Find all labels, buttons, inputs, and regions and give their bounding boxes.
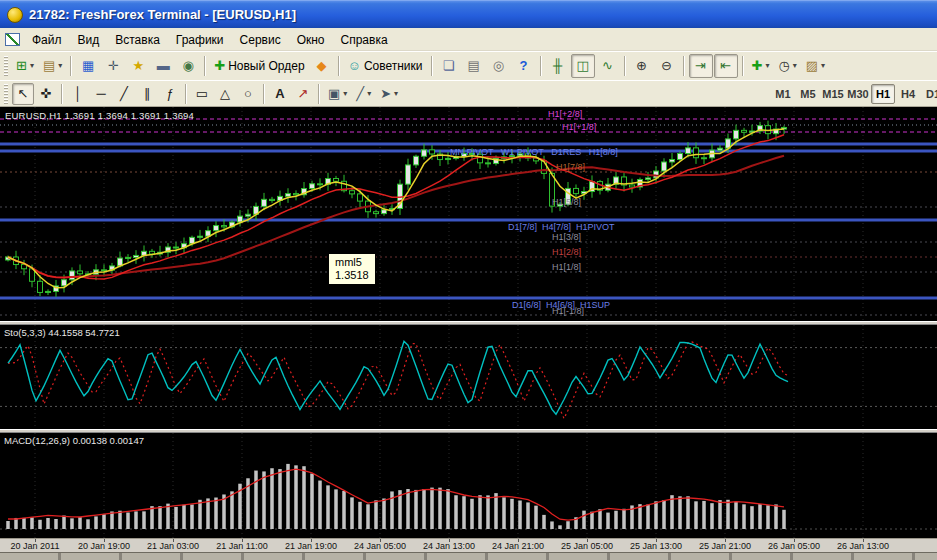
print-button[interactable]: ▤ xyxy=(462,54,486,78)
toolbar-separator xyxy=(70,56,72,76)
text-button[interactable]: A xyxy=(269,83,291,105)
stochastic-pane[interactable]: Sto(5,3,3) 44.1558 54.7721 xyxy=(0,325,937,429)
chart-window-icon[interactable] xyxy=(5,33,20,46)
level-label: H1[+2/8] xyxy=(548,109,582,119)
stochastic-canvas[interactable] xyxy=(0,325,937,429)
horizontal-line-button[interactable]: ─ xyxy=(90,83,112,105)
expert-advisors-label: Советники xyxy=(364,59,423,73)
auto-scroll-button[interactable]: ⇥ xyxy=(689,54,713,78)
shapes-dropdown-button[interactable]: ▣▾ xyxy=(324,83,351,105)
expert-advisors-button[interactable]: ☺Советники xyxy=(344,54,427,78)
strategy-tester-icon: ◉ xyxy=(183,59,194,72)
level-label: H1[7/8] xyxy=(556,162,585,172)
time-axis-label: 24 Jan 05:00 xyxy=(354,541,406,551)
metaeditor-button[interactable]: ◆ xyxy=(310,54,334,78)
menu-item-view[interactable]: Вид xyxy=(70,29,108,50)
menu-item-help[interactable]: Справка xyxy=(333,29,396,50)
new-order-button[interactable]: ✚Новый Ордер xyxy=(210,54,308,78)
periods-button[interactable]: ◷▾ xyxy=(774,54,800,78)
indicators-button[interactable]: ✚▾ xyxy=(748,54,774,78)
time-axis-label: 20 Jan 2011 xyxy=(11,541,60,551)
terminal-button[interactable]: ▬ xyxy=(151,54,175,78)
rectangle-button[interactable]: ▭ xyxy=(191,83,213,105)
templates-button[interactable]: ▨▾ xyxy=(802,54,829,78)
arrow-object-button[interactable]: ↗ xyxy=(292,83,314,105)
chart-shift-button[interactable]: ⇤ xyxy=(714,54,738,78)
toolbar-grip[interactable] xyxy=(4,84,8,104)
timeframe-h4-button[interactable]: H4 xyxy=(896,84,920,104)
macd-canvas[interactable] xyxy=(0,433,937,538)
level-label: H1[5/8] xyxy=(552,197,581,207)
help-button[interactable]: ? xyxy=(512,54,536,78)
print-preview-icon: ◎ xyxy=(493,59,504,72)
timeframe-d1-button[interactable]: D1 xyxy=(921,84,937,104)
expert-advisors-icon: ☺ xyxy=(348,59,361,72)
rectangle-icon: ▭ xyxy=(196,87,208,100)
bar-chart-mode-icon: ╫ xyxy=(553,59,562,72)
strategy-tester-button[interactable]: ◉ xyxy=(176,54,200,78)
bar-chart-mode-button[interactable]: ╫ xyxy=(546,54,570,78)
time-axis-label: 20 Jan 19:00 xyxy=(78,541,130,551)
menu-item-file[interactable]: Файл xyxy=(24,29,70,50)
triangle-button[interactable]: △ xyxy=(214,83,236,105)
menu-items: ФайлВидВставкаГрафикиСервисОкноСправка xyxy=(24,28,396,50)
line-tools-dropdown-button[interactable]: ╱▾ xyxy=(352,83,375,105)
timeframe-m1-button[interactable]: M1 xyxy=(771,84,795,104)
time-axis-label: 21 Jan 11:00 xyxy=(216,541,267,551)
new-chart-button[interactable]: ⊞▾ xyxy=(12,54,38,78)
toolbar-separator xyxy=(185,84,187,104)
timeframe-h1-button[interactable]: H1 xyxy=(871,84,895,104)
toolbar-separator xyxy=(540,56,542,76)
dropdown-arrow-icon: ▾ xyxy=(30,61,34,70)
candle-chart-mode-button[interactable]: ◫ xyxy=(571,54,595,78)
chart-list-button[interactable]: ❏ xyxy=(437,54,461,78)
crosshair-button[interactable]: ✜ xyxy=(35,83,57,105)
help-icon: ? xyxy=(520,59,528,72)
arrow-tools-dropdown-button[interactable]: ➤▾ xyxy=(376,83,402,105)
trendline-button[interactable]: ╱ xyxy=(113,83,135,105)
menu-item-charts[interactable]: Графики xyxy=(168,29,232,50)
new-order-label: Новый Ордер xyxy=(228,59,304,73)
terminal-icon: ▬ xyxy=(157,59,170,72)
standard-toolbar: ⊞▾▤▾▦✛★▬◉✚Новый Ордер◆☺Советники❏▤◎?╫◫∿⊕… xyxy=(0,51,937,81)
menu-item-insert[interactable]: Вставка xyxy=(107,29,168,50)
level-label: H1[+1/8] xyxy=(562,122,596,132)
ellipse-button[interactable]: ○ xyxy=(237,83,259,105)
ellipse-icon: ○ xyxy=(244,87,252,100)
line-chart-mode-button[interactable]: ∿ xyxy=(596,54,620,78)
new-chart-icon: ⊞ xyxy=(16,59,27,72)
vertical-line-button[interactable]: │ xyxy=(67,83,89,105)
timeframe-m30-button[interactable]: M30 xyxy=(846,84,870,104)
cursor-button[interactable]: ↖ xyxy=(12,83,34,105)
tooltip-price: 1.3518 xyxy=(335,269,369,282)
toolbar-grip[interactable] xyxy=(4,56,8,76)
profiles-button[interactable]: ▤▾ xyxy=(39,54,66,78)
main-chart-pane[interactable]: EURUSD,H1 1.3691 1.3694 1.3691 1.3694 H1… xyxy=(0,107,937,321)
chart-ohlc-info: EURUSD,H1 1.3691 1.3694 1.3691 1.3694 xyxy=(5,110,194,121)
zoom-out-button[interactable]: ⊖ xyxy=(655,54,679,78)
metaeditor-icon: ◆ xyxy=(317,59,327,72)
new-order-icon: ✚ xyxy=(214,59,225,72)
time-axis-label: 25 Jan 21:00 xyxy=(699,541,751,551)
equidistant-channel-button[interactable]: ∥ xyxy=(136,83,158,105)
zoom-in-button[interactable]: ⊕ xyxy=(630,54,654,78)
menu-item-tools[interactable]: Сервис xyxy=(232,29,289,50)
navigator-button[interactable]: ★ xyxy=(126,54,150,78)
print-preview-button[interactable]: ◎ xyxy=(487,54,511,78)
market-watch-button[interactable]: ▦ xyxy=(76,54,100,78)
macd-pane[interactable]: MACD(12,26,9) 0.00138 0.00147 xyxy=(0,433,937,538)
time-axis-label: 21 Jan 03:00 xyxy=(147,541,199,551)
toolbar-separator xyxy=(318,84,320,104)
application-window: 21782: FreshForex Terminal - [EURUSD,H1]… xyxy=(0,0,937,560)
timeframe-m5-button[interactable]: M5 xyxy=(796,84,820,104)
data-window-button[interactable]: ✛ xyxy=(101,54,125,78)
timeframe-m15-button[interactable]: M15 xyxy=(821,84,845,104)
time-axis[interactable]: 20 Jan 201120 Jan 19:0021 Jan 03:0021 Ja… xyxy=(0,538,937,552)
fibonacci-retracement-button[interactable]: ƒ xyxy=(159,83,181,105)
menu-item-window[interactable]: Окно xyxy=(289,29,333,50)
price-chart-canvas[interactable] xyxy=(0,107,937,321)
print-icon: ▤ xyxy=(467,59,479,72)
title-bar[interactable]: 21782: FreshForex Terminal - [EURUSD,H1] xyxy=(0,0,937,28)
time-axis-label: 25 Jan 05:00 xyxy=(561,541,613,551)
navigator-icon: ★ xyxy=(132,59,144,72)
